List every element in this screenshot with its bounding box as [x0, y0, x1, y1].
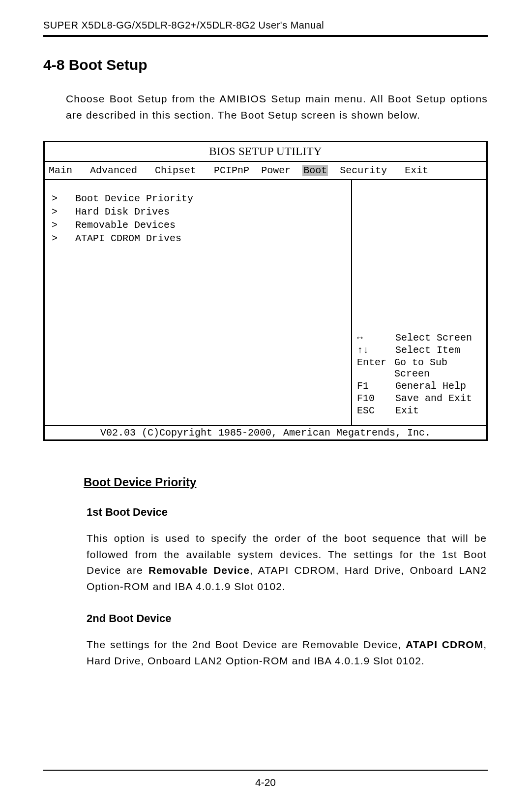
subsection-heading: Boot Device Priority — [84, 475, 488, 489]
page-number: 4-20 — [0, 777, 531, 788]
bios-submenu-item[interactable]: > ATAPI CDROM Drives — [52, 233, 344, 244]
help-key: ESC — [357, 405, 395, 416]
bios-menu-security[interactable]: Security — [340, 165, 387, 176]
bios-screenshot: BIOS SETUP UTILITY Main Advanced Chipset… — [43, 141, 488, 441]
section-heading: 4-8 Boot Setup — [43, 57, 488, 73]
bios-help-pane: ↔ Select Screen ↑↓ Select Item Enter Go … — [351, 180, 486, 425]
bios-menu-exit[interactable]: Exit — [405, 165, 428, 176]
bios-menu-boot[interactable]: Boot — [302, 165, 328, 176]
bold-text: Removable Device — [148, 564, 250, 576]
help-row: ↑↓ Select Item — [357, 344, 486, 356]
help-row: F10 Save and Exit — [357, 393, 486, 404]
submenu-label: Hard Disk Drives — [75, 206, 170, 218]
help-desc: Select Screen — [395, 332, 472, 344]
help-row: Enter Go to Sub Screen — [357, 357, 486, 379]
help-row: F1 General Help — [357, 380, 486, 392]
bios-title: BIOS SETUP UTILITY — [45, 142, 486, 162]
intro-paragraph: Choose Boot Setup from the AMIBIOS Setup… — [66, 91, 488, 123]
submenu-label: Boot Device Priority — [75, 193, 193, 204]
bios-help-keys: ↔ Select Screen ↑↓ Select Item Enter Go … — [357, 332, 486, 417]
text: The settings for the 2nd Boot Device are… — [87, 639, 406, 650]
bios-footer: V02.03 (C)Copyright 1985-2000, American … — [45, 425, 486, 439]
help-row: ↔ Select Screen — [357, 332, 486, 344]
bios-menu-pcipnp[interactable]: PCIPnP — [214, 165, 249, 176]
help-desc: Go to Sub Screen — [394, 357, 486, 379]
page-header: SUPER X5DL8-GG/X5DLR-8G2+/X5DLR-8G2 User… — [43, 20, 488, 37]
item-paragraph-1st-boot: This option is used to specify the order… — [87, 531, 487, 594]
help-desc: Select Item — [395, 344, 460, 356]
submenu-marker-icon: > — [52, 233, 75, 244]
item-heading-1st-boot: 1st Boot Device — [87, 506, 488, 519]
bold-text: ATAPI CDROM — [406, 639, 483, 650]
submenu-marker-icon: > — [52, 193, 75, 204]
item-paragraph-2nd-boot: The settings for the 2nd Boot Device are… — [87, 637, 487, 669]
bios-submenu-item[interactable]: > Boot Device Priority — [52, 193, 344, 204]
bios-menu-chipset[interactable]: Chipset — [155, 165, 196, 176]
help-key: Enter — [357, 357, 394, 379]
help-key: ↑↓ — [357, 344, 395, 356]
submenu-label: Removable Devices — [75, 219, 176, 231]
page-footer-rule — [43, 770, 488, 771]
bios-menu-main[interactable]: Main — [49, 165, 72, 176]
bios-submenu-pane: > Boot Device Priority > Hard Disk Drive… — [45, 180, 351, 425]
help-key: ↔ — [357, 332, 395, 344]
submenu-marker-icon: > — [52, 206, 75, 218]
bios-submenu-item[interactable]: > Hard Disk Drives — [52, 206, 344, 218]
bios-menu-advanced[interactable]: Advanced — [90, 165, 137, 176]
help-desc: General Help — [395, 380, 466, 392]
help-desc: Save and Exit — [395, 393, 472, 404]
submenu-label: ATAPI CDROM Drives — [75, 233, 181, 244]
bios-menu-power[interactable]: Power — [261, 165, 291, 176]
item-heading-2nd-boot: 2nd Boot Device — [87, 612, 488, 625]
submenu-marker-icon: > — [52, 219, 75, 231]
bios-submenu-item[interactable]: > Removable Devices — [52, 219, 344, 231]
bios-menu-bar: Main Advanced Chipset PCIPnP Power Boot … — [45, 162, 486, 180]
help-desc: Exit — [395, 405, 419, 416]
bios-body: > Boot Device Priority > Hard Disk Drive… — [45, 180, 486, 425]
help-key: F1 — [357, 380, 395, 392]
help-row: ESC Exit — [357, 405, 486, 416]
help-key: F10 — [357, 393, 395, 404]
